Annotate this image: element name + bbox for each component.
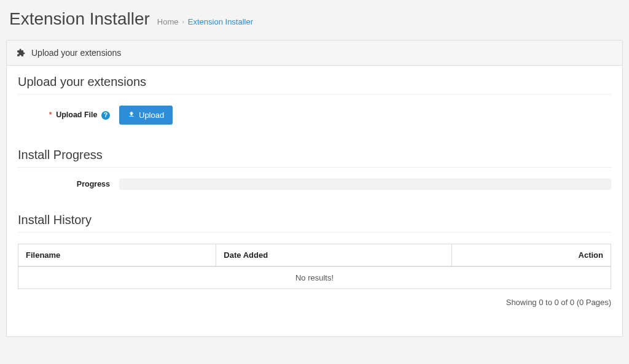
panel-heading-text: Upload your extensions [31, 48, 121, 58]
panel-body: Upload your extensions * Upload File ? U… [7, 66, 622, 336]
extension-panel: Upload your extensions Upload your exten… [6, 40, 623, 337]
upload-icon [128, 110, 135, 120]
upload-section-title: Upload your extensions [18, 75, 611, 95]
history-section: Install History Filename Date Added Acti… [18, 213, 611, 307]
col-date-added: Date Added [216, 244, 451, 267]
upload-button-label: Upload [139, 110, 164, 120]
panel-heading: Upload your extensions [7, 41, 622, 66]
progress-label: Progress [18, 180, 119, 188]
breadcrumb-separator-icon: › [182, 18, 184, 25]
empty-results: No results! [18, 266, 611, 289]
breadcrumb: Home › Extension Installer [157, 17, 253, 26]
upload-button[interactable]: Upload [119, 106, 173, 125]
breadcrumb-current[interactable]: Extension Installer [188, 17, 253, 26]
history-section-title: Install History [18, 213, 611, 233]
puzzle-icon [17, 48, 25, 57]
page-header: Extension Installer Home › Extension Ins… [0, 0, 629, 40]
progress-row: Progress [18, 179, 611, 190]
col-filename: Filename [18, 244, 216, 267]
upload-control-col: Upload [119, 106, 173, 125]
upload-row: * Upload File ? Upload [18, 106, 611, 125]
upload-label: Upload File [56, 110, 97, 119]
progress-section-title: Install Progress [18, 148, 611, 168]
pagination-info: Showing 0 to 0 of 0 (0 Pages) [18, 298, 611, 307]
col-action: Action [451, 244, 611, 267]
upload-section: Upload your extensions * Upload File ? U… [18, 75, 611, 125]
table-row: No results! [18, 266, 611, 289]
progress-section: Install Progress Progress [18, 148, 611, 190]
help-icon[interactable]: ? [101, 111, 110, 120]
required-icon: * [49, 110, 52, 119]
upload-label-col: * Upload File ? [18, 110, 119, 120]
page-title: Extension Installer [9, 9, 150, 29]
history-table: Filename Date Added Action No results! [18, 244, 611, 289]
breadcrumb-home[interactable]: Home [157, 17, 179, 26]
table-header-row: Filename Date Added Action [18, 244, 611, 267]
progress-bar [119, 179, 611, 190]
